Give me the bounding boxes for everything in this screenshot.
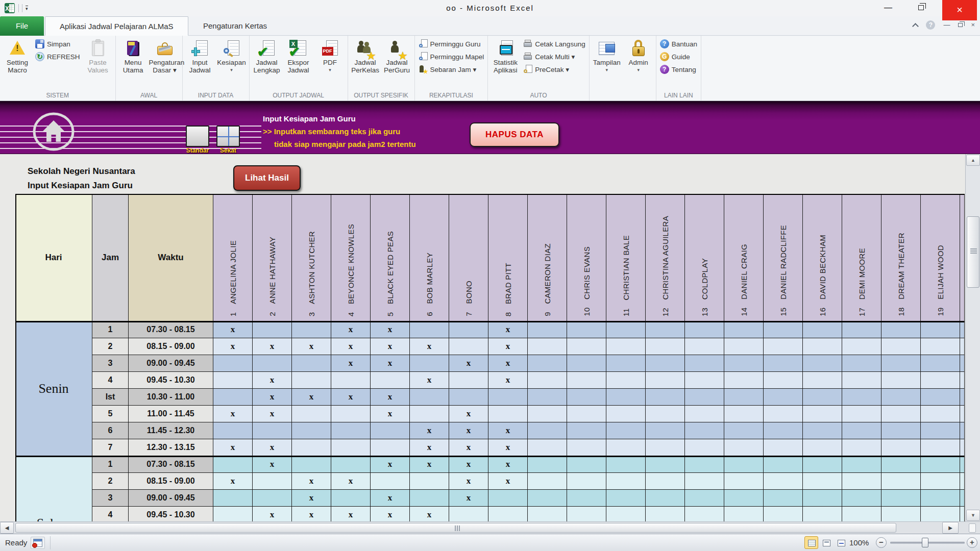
scroll-up-icon[interactable]: ▲ xyxy=(966,155,980,166)
availability-cell[interactable] xyxy=(567,422,606,439)
availability-cell[interactable] xyxy=(764,473,803,490)
availability-cell[interactable] xyxy=(371,473,410,490)
scroll-right-icon[interactable]: ▶ xyxy=(942,522,959,534)
availability-cell[interactable]: x xyxy=(292,389,331,406)
availability-cell[interactable] xyxy=(567,490,606,507)
availability-cell[interactable]: x xyxy=(331,338,371,355)
availability-cell[interactable] xyxy=(606,422,646,439)
availability-cell[interactable] xyxy=(449,507,488,521)
availability-cell[interactable]: x xyxy=(410,456,449,473)
precetak-button[interactable]: PreCetak ▾ xyxy=(523,65,585,74)
availability-cell[interactable] xyxy=(724,372,764,389)
availability-cell[interactable]: x xyxy=(331,507,371,521)
availability-cell[interactable] xyxy=(606,406,646,422)
availability-cell[interactable] xyxy=(213,372,253,389)
availability-cell[interactable] xyxy=(253,490,292,507)
availability-cell[interactable] xyxy=(764,355,803,372)
availability-cell[interactable] xyxy=(606,321,646,338)
availability-cell[interactable] xyxy=(253,355,292,372)
availability-cell[interactable]: x xyxy=(488,439,528,456)
availability-cell[interactable]: x xyxy=(253,439,292,456)
availability-cell[interactable] xyxy=(606,456,646,473)
availability-cell[interactable] xyxy=(410,321,449,338)
availability-cell[interactable]: x xyxy=(371,355,410,372)
availability-cell[interactable] xyxy=(528,439,567,456)
availability-cell[interactable] xyxy=(881,439,921,456)
availability-cell[interactable] xyxy=(842,422,881,439)
availability-cell[interactable] xyxy=(253,473,292,490)
availability-cell[interactable] xyxy=(803,456,842,473)
availability-cell[interactable] xyxy=(842,372,881,389)
tab-aplikasi-jadwal[interactable]: Aplikasi Jadwal Pelajaran ALMaS xyxy=(45,16,188,36)
availability-cell[interactable] xyxy=(292,406,331,422)
availability-cell[interactable]: x xyxy=(331,389,371,406)
availability-cell[interactable] xyxy=(528,473,567,490)
availability-cell[interactable] xyxy=(724,406,764,422)
scroll-left-icon[interactable]: ◀ xyxy=(0,522,14,534)
availability-cell[interactable] xyxy=(842,406,881,422)
availability-cell[interactable] xyxy=(646,372,685,389)
availability-cell[interactable] xyxy=(567,439,606,456)
zoom-slider-thumb[interactable] xyxy=(922,538,928,547)
availability-cell[interactable] xyxy=(685,321,724,338)
availability-cell[interactable] xyxy=(449,321,488,338)
availability-cell[interactable] xyxy=(567,456,606,473)
availability-cell[interactable]: x xyxy=(449,456,488,473)
availability-cell[interactable] xyxy=(292,456,331,473)
availability-cell[interactable] xyxy=(646,473,685,490)
availability-cell[interactable] xyxy=(371,422,410,439)
availability-cell[interactable] xyxy=(567,389,606,406)
availability-cell[interactable] xyxy=(921,389,960,406)
availability-cell[interactable] xyxy=(646,321,685,338)
guide-button[interactable]: GGuide xyxy=(660,52,697,61)
availability-cell[interactable]: x xyxy=(213,473,253,490)
minimize-ribbon-icon[interactable] xyxy=(913,23,919,30)
tab-pengaturan-kertas[interactable]: Pengaturan Kertas xyxy=(189,16,281,36)
help-icon[interactable]: ? xyxy=(926,20,935,30)
availability-cell[interactable] xyxy=(764,338,803,355)
standar-view-button[interactable] xyxy=(186,126,209,147)
availability-cell[interactable] xyxy=(724,456,764,473)
workbook-restore-icon[interactable] xyxy=(958,23,963,27)
availability-cell[interactable] xyxy=(685,406,724,422)
availability-cell[interactable] xyxy=(764,406,803,422)
jadwal-lengkap-button[interactable]: ✔JadwalLengkap xyxy=(251,37,283,92)
page-layout-view-button[interactable] xyxy=(819,536,833,549)
availability-cell[interactable]: x xyxy=(371,507,410,521)
tampilan-button[interactable]: Tampilan▾ xyxy=(591,37,623,92)
hapus-data-button[interactable]: HAPUS DATA xyxy=(470,122,559,147)
availability-cell[interactable] xyxy=(528,389,567,406)
availability-cell[interactable] xyxy=(646,355,685,372)
availability-cell[interactable]: x xyxy=(331,473,371,490)
scroll-down-icon[interactable]: ▼ xyxy=(966,510,980,521)
statistik-aplikasi-button[interactable]: StatistikAplikasi xyxy=(489,37,521,92)
availability-cell[interactable]: x xyxy=(449,422,488,439)
availability-cell[interactable]: x xyxy=(410,422,449,439)
simpan-button[interactable]: Simpan xyxy=(35,39,80,48)
availability-cell[interactable] xyxy=(213,507,253,521)
workbook-close-icon[interactable]: × xyxy=(971,20,975,30)
availability-cell[interactable] xyxy=(724,490,764,507)
availability-cell[interactable] xyxy=(803,372,842,389)
availability-cell[interactable] xyxy=(764,456,803,473)
availability-cell[interactable] xyxy=(881,338,921,355)
availability-cell[interactable] xyxy=(803,473,842,490)
availability-cell[interactable] xyxy=(921,422,960,439)
availability-cell[interactable] xyxy=(881,321,921,338)
tab-split-handle[interactable] xyxy=(969,523,976,533)
availability-cell[interactable] xyxy=(803,321,842,338)
availability-cell[interactable] xyxy=(213,389,253,406)
availability-cell[interactable] xyxy=(646,389,685,406)
availability-cell[interactable]: x xyxy=(488,321,528,338)
availability-cell[interactable] xyxy=(410,355,449,372)
availability-cell[interactable]: x xyxy=(449,473,488,490)
availability-cell[interactable] xyxy=(606,338,646,355)
availability-cell[interactable] xyxy=(606,355,646,372)
availability-cell[interactable]: x xyxy=(331,355,371,372)
availability-cell[interactable] xyxy=(371,439,410,456)
availability-cell[interactable] xyxy=(449,372,488,389)
macro-record-button[interactable] xyxy=(31,537,45,549)
availability-cell[interactable] xyxy=(410,473,449,490)
availability-cell[interactable]: x xyxy=(371,389,410,406)
availability-cell[interactable] xyxy=(685,372,724,389)
